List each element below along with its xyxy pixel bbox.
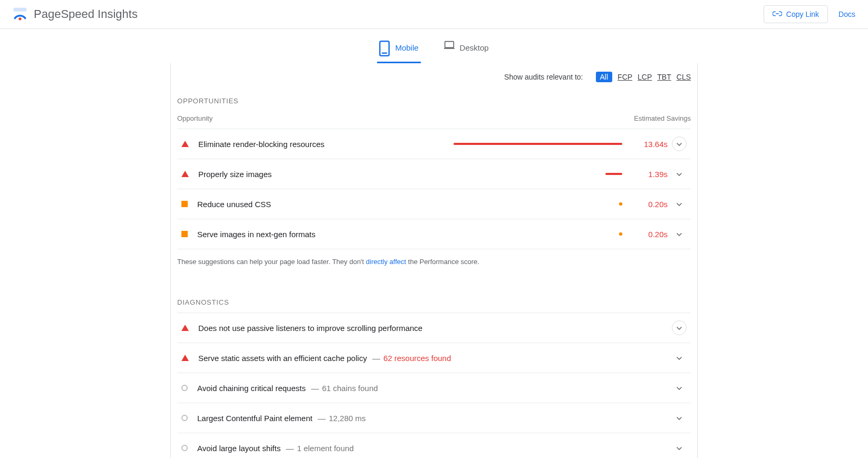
opportunities-footnote: These suggestions can help your page loa… xyxy=(177,249,691,266)
savings-bar xyxy=(450,232,635,236)
main-content: Show audits relevant to: AllFCPLCPTBTCLS… xyxy=(170,63,698,458)
app-header: PageSpeed Insights Copy Link Docs xyxy=(0,0,868,29)
diagnostic-row[interactable]: Serve static assets with an efficient ca… xyxy=(177,343,691,373)
pagespeed-logo-icon xyxy=(13,7,27,22)
dash-separator: — xyxy=(311,384,319,393)
info-circle-icon xyxy=(181,445,188,451)
opportunities-section: OPPORTUNITIES Opportunity Estimated Savi… xyxy=(177,91,691,266)
info-circle-icon xyxy=(181,385,188,391)
docs-link[interactable]: Docs xyxy=(838,10,855,18)
diagnostics-section: DIAGNOSTICS Does not use passive listene… xyxy=(177,292,691,458)
svg-rect-4 xyxy=(445,42,454,48)
desktop-icon xyxy=(444,41,455,54)
diagnostic-row[interactable]: Avoid large layout shifts—1 element foun… xyxy=(177,433,691,458)
footnote-link[interactable]: directly affect xyxy=(366,258,406,266)
fail-triangle-icon xyxy=(181,325,189,331)
diagnostic-note: 12,280 ms xyxy=(329,414,365,423)
chevron-down-icon[interactable] xyxy=(672,350,687,365)
tab-desktop[interactable]: Desktop xyxy=(442,36,491,63)
opportunity-label: Serve images in next-gen formats xyxy=(197,230,450,239)
diagnostics-title: DIAGNOSTICS xyxy=(177,292,691,313)
filter-chip-fcp[interactable]: FCP xyxy=(618,73,632,81)
diagnostic-note: 62 resources found xyxy=(383,354,451,363)
chevron-down-icon[interactable] xyxy=(672,137,687,151)
diagnostic-label: Serve static assets with an efficient ca… xyxy=(198,354,367,363)
savings-bar xyxy=(450,202,635,206)
chevron-down-icon[interactable] xyxy=(672,320,687,335)
chevron-down-icon[interactable] xyxy=(672,381,687,395)
opportunity-row[interactable]: Reduce unused CSS0.20s xyxy=(177,189,691,219)
savings-bar xyxy=(451,143,635,145)
diagnostic-label: Does not use passive listeners to improv… xyxy=(198,324,422,333)
filter-chip-cls[interactable]: CLS xyxy=(677,73,691,81)
filter-chip-all[interactable]: All xyxy=(596,72,613,82)
warn-square-icon xyxy=(181,201,188,207)
chevron-down-icon[interactable] xyxy=(672,441,687,455)
svg-point-1 xyxy=(18,17,21,20)
filters-label: Show audits relevant to: xyxy=(504,73,583,81)
savings-value: 13.64s xyxy=(635,140,668,149)
opportunity-row[interactable]: Properly size images1.39s xyxy=(177,159,691,189)
diagnostic-note-wrap: —61 chains found xyxy=(311,384,378,393)
diagnostic-note-wrap: —1 element found xyxy=(286,444,354,453)
filter-chip-lcp[interactable]: LCP xyxy=(638,73,652,81)
diagnostic-label: Avoid large layout shifts xyxy=(197,444,281,453)
filter-chip-tbt[interactable]: TBT xyxy=(657,73,671,81)
diagnostic-note: 1 element found xyxy=(297,444,354,453)
footnote-suffix: the Performance score. xyxy=(406,258,479,266)
savings-value: 0.20s xyxy=(635,230,668,239)
fail-triangle-icon xyxy=(181,171,189,177)
opportunity-row[interactable]: Eliminate render-blocking resources13.64… xyxy=(177,129,691,159)
copy-link-label: Copy Link xyxy=(786,10,819,18)
chevron-down-icon[interactable] xyxy=(672,411,687,425)
copy-link-button[interactable]: Copy Link xyxy=(764,5,828,23)
diagnostic-note-wrap: —12,280 ms xyxy=(317,414,365,423)
header-right: Copy Link Docs xyxy=(764,5,855,23)
svg-rect-3 xyxy=(382,53,387,54)
savings-value: 0.20s xyxy=(635,200,668,209)
dash-separator: — xyxy=(317,414,325,423)
opportunity-label: Reduce unused CSS xyxy=(197,200,450,209)
header-left: PageSpeed Insights xyxy=(13,7,138,22)
chevron-down-icon[interactable] xyxy=(672,197,687,211)
diagnostic-label: Avoid chaining critical requests xyxy=(197,384,306,393)
opportunities-list: Eliminate render-blocking resources13.64… xyxy=(177,129,691,249)
app-title: PageSpeed Insights xyxy=(34,7,138,21)
tab-desktop-label: Desktop xyxy=(460,43,489,52)
fail-triangle-icon xyxy=(181,141,189,147)
diagnostic-row[interactable]: Does not use passive listeners to improv… xyxy=(177,313,691,343)
diagnostic-note-wrap: —62 resources found xyxy=(372,354,451,363)
tab-mobile[interactable]: Mobile xyxy=(377,36,420,63)
device-tabs: Mobile Desktop xyxy=(0,29,868,63)
info-circle-icon xyxy=(181,415,188,421)
diagnostic-note: 61 chains found xyxy=(322,384,378,393)
opportunity-col-label: Opportunity xyxy=(177,114,213,122)
warn-square-icon xyxy=(181,231,188,237)
tab-mobile-label: Mobile xyxy=(395,43,418,52)
chevron-down-icon[interactable] xyxy=(672,227,687,241)
fail-triangle-icon xyxy=(181,355,189,361)
svg-rect-0 xyxy=(14,8,27,12)
dash-separator: — xyxy=(372,354,380,363)
diagnostic-row[interactable]: Avoid chaining critical requests—61 chai… xyxy=(177,373,691,403)
audit-filters: Show audits relevant to: AllFCPLCPTBTCLS xyxy=(177,63,691,91)
opportunity-label: Properly size images xyxy=(198,170,451,179)
opportunities-header: Opportunity Estimated Savings xyxy=(177,111,691,129)
savings-bar xyxy=(451,173,635,175)
savings-col-label: Estimated Savings xyxy=(634,114,691,122)
chevron-down-icon[interactable] xyxy=(672,167,687,181)
mobile-icon xyxy=(379,41,390,54)
opportunity-label: Eliminate render-blocking resources xyxy=(198,140,451,149)
diagnostic-label: Largest Contentful Paint element xyxy=(197,414,312,423)
opportunities-title: OPPORTUNITIES xyxy=(177,91,691,111)
link-icon xyxy=(773,10,782,18)
opportunity-row[interactable]: Serve images in next-gen formats0.20s xyxy=(177,219,691,249)
savings-value: 1.39s xyxy=(635,170,668,179)
dash-separator: — xyxy=(286,444,294,453)
diagnostics-list: Does not use passive listeners to improv… xyxy=(177,313,691,458)
diagnostic-row[interactable]: Largest Contentful Paint element—12,280 … xyxy=(177,403,691,433)
footnote-prefix: These suggestions can help your page loa… xyxy=(177,258,366,266)
